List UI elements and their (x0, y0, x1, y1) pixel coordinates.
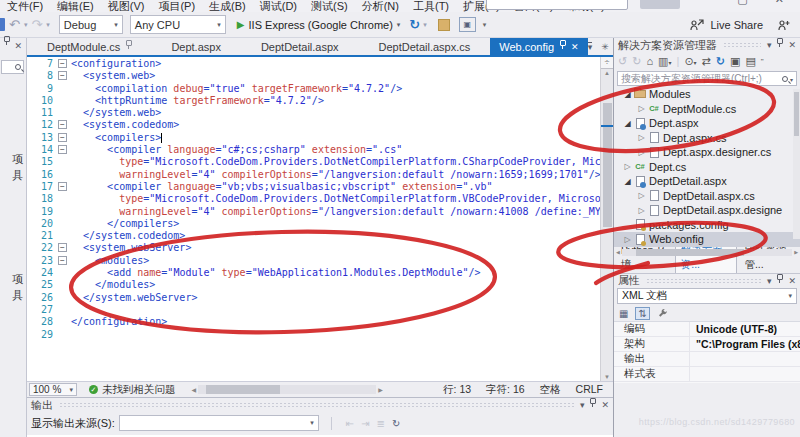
tree-item-Web.config[interactable]: ▷Web.config (614, 232, 800, 247)
menu-item[interactable]: 项目(P) (151, 0, 202, 12)
window-controls[interactable]: ▢ ✕ (737, 0, 796, 6)
start-debug-button[interactable]: ▶ IIS Express (Google Chrome) ▾ (237, 19, 401, 31)
expander-icon[interactable]: ◢ (622, 119, 633, 128)
solution-config-select[interactable]: Debug▾ (59, 15, 123, 34)
refresh-icon[interactable]: ↻ (716, 55, 725, 68)
back-icon[interactable]: ↺ (618, 55, 627, 68)
pin-icon[interactable] (128, 45, 129, 49)
properties-icon[interactable]: ▤ (745, 55, 755, 68)
find-message-icon[interactable]: ⇤ (346, 418, 354, 429)
pending-changes-icon[interactable]: ⊙▾ (684, 55, 696, 68)
close-icon[interactable]: ✕ (571, 42, 579, 52)
panel-drag-handle[interactable] (646, 278, 761, 284)
panel-drag-handle[interactable] (59, 402, 574, 408)
redo-dropdown-icon[interactable]: ▾ (46, 21, 50, 29)
toolbox-search-input[interactable] (1, 60, 24, 74)
menu-item[interactable]: 生成(B) (202, 0, 253, 12)
forward-icon[interactable]: ↻ (632, 55, 641, 68)
menu-item[interactable]: 工具(T) (406, 0, 456, 12)
editor-horizontal-scrollbar[interactable]: ◀▶ (192, 385, 383, 394)
home-icon[interactable]: ⌂ (646, 55, 653, 67)
clear-all-icon[interactable]: ≣ (377, 418, 385, 429)
tree-item-Dept.aspx.designer.cs[interactable]: ▷Dept.aspx.designer.cs (614, 145, 800, 160)
expander-icon[interactable]: ◢ (622, 177, 633, 186)
fold-collapse-icon[interactable]: − (58, 133, 67, 142)
collapse-all-icon[interactable]: ▣ (730, 55, 740, 68)
expander-icon[interactable]: ▷ (636, 133, 647, 142)
tab-Dept.aspx[interactable]: Dept.aspx (151, 38, 241, 55)
save-icon[interactable] (0, 18, 5, 31)
expander-icon[interactable]: ▷ (636, 148, 647, 157)
code-editor[interactable]: 7−<configuration>8− <system.web>9 <compi… (27, 57, 613, 381)
close-icon[interactable]: ✕ (14, 41, 22, 51)
alphabetical-sort-icon[interactable]: ⇅ (635, 307, 649, 320)
browser-link-icon[interactable]: ▣ (459, 17, 476, 32)
property-pages-wrench-icon[interactable] (657, 308, 668, 319)
tree-item-Dept.aspx[interactable]: ◢Dept.aspx (614, 116, 800, 131)
chevron-down-icon[interactable]: ▾ (580, 400, 585, 410)
menu-item[interactable]: 视图(V) (101, 0, 152, 12)
goto-next-icon[interactable]: ⇥ (361, 418, 369, 429)
pin-icon[interactable] (779, 43, 780, 47)
fold-collapse-icon[interactable]: − (58, 256, 67, 265)
code-health-indicator[interactable]: ✓未找到相关问题 (89, 383, 176, 397)
expander-icon[interactable]: ▷ (636, 104, 647, 113)
undo-icon[interactable]: ↶ (8, 17, 21, 32)
menu-item[interactable]: 文件(F) (0, 0, 50, 12)
document-list-dropdown-icon[interactable]: ▾ (588, 42, 593, 51)
fold-collapse-icon[interactable]: − (58, 243, 67, 252)
tree-vertical-scrollbar[interactable] (793, 89, 800, 239)
close-icon[interactable]: ✕ (601, 400, 609, 410)
undo-dropdown-icon[interactable]: ▾ (24, 21, 28, 29)
expander-icon[interactable]: ◢ (622, 90, 633, 99)
tab-DeptModule.cs[interactable]: DeptModule.cs (27, 38, 151, 55)
platform-select[interactable]: Any CPU▾ (130, 15, 226, 34)
property-value[interactable]: Unicode (UTF-8) (690, 323, 800, 335)
switch-views-icon[interactable]: ▥▾ (658, 55, 671, 68)
refresh-dropdown-icon[interactable]: ▾ (423, 21, 427, 29)
tool-tab-Python 环境[interactable]: Python 环境 (616, 243, 673, 273)
expander-icon[interactable]: ▷ (636, 206, 647, 215)
categorized-icon[interactable]: ▦ (619, 308, 628, 319)
scroll-up-icon[interactable]: ▲ (601, 69, 613, 78)
properties-object-select[interactable]: XML 文档▾ (617, 288, 797, 304)
menu-item[interactable]: 分析(N) (355, 0, 406, 12)
tree-item-DeptDetail.aspx[interactable]: ◢DeptDetail.aspx (614, 174, 800, 189)
property-row[interactable]: 输出 (614, 352, 800, 367)
fold-collapse-icon[interactable]: − (58, 145, 67, 154)
fold-collapse-icon[interactable]: − (58, 182, 67, 191)
tree-item-Modules[interactable]: ◢Modules (614, 87, 800, 102)
property-value[interactable]: "C:\Program Files (x8 (690, 338, 800, 350)
tree-item-DeptDetail.aspx.designe[interactable]: ▷DeptDetail.aspx.designe (614, 203, 800, 218)
quick-search-input[interactable] (486, 0, 628, 10)
menu-item[interactable]: 测试(S) (304, 0, 355, 12)
scrollbar-thumb[interactable] (603, 103, 612, 227)
fold-collapse-icon[interactable]: − (58, 71, 67, 80)
scroll-down-icon[interactable]: ▼ (601, 374, 613, 380)
publish-icon[interactable] (438, 19, 450, 31)
tree-item-DeptModule.cs[interactable]: ▷C#DeptModule.cs (614, 102, 800, 117)
sync-with-active-document-icon[interactable]: ⇄ (702, 55, 711, 68)
tool-tab-团队资源管...[interactable]: 团队资源管... (739, 243, 800, 273)
tree-item-packages.config[interactable]: packages.config (614, 218, 800, 233)
account-button[interactable] (640, 0, 680, 9)
tab-DeptDetail.aspx[interactable]: DeptDetail.aspx (241, 38, 359, 55)
panel-drag-handle[interactable] (723, 42, 761, 48)
toggle-word-wrap-icon[interactable]: ↻ (392, 418, 400, 429)
redo-icon[interactable]: ↷ (30, 17, 43, 32)
toolbar-overflow-icon[interactable]: ▾ (483, 21, 487, 29)
expander-icon[interactable]: ▷ (622, 235, 633, 244)
tree-item-DeptDetail.aspx.cs[interactable]: ▷DeptDetail.aspx.cs (614, 189, 800, 204)
property-row[interactable]: 架构"C:\Program Files (x8 (614, 337, 800, 352)
editor-vertical-scrollbar[interactable]: ÷ ▲ ▼ (600, 57, 613, 381)
status-spaces[interactable]: 空格 (540, 383, 561, 397)
output-source-select[interactable]: ▾ (119, 415, 319, 431)
zoom-select[interactable]: 100 %▾ (29, 383, 77, 396)
status-eol[interactable]: CRLF (576, 383, 603, 397)
fold-collapse-icon[interactable]: − (58, 59, 67, 68)
property-row[interactable]: 样式表 (614, 367, 800, 382)
editor-options-icon[interactable]: ✳ (601, 42, 609, 52)
refresh-icon[interactable]: ↻ (409, 17, 420, 32)
split-editor-handle[interactable]: ÷ (601, 57, 613, 69)
toolbar-overflow-icon[interactable]: " (761, 57, 764, 66)
